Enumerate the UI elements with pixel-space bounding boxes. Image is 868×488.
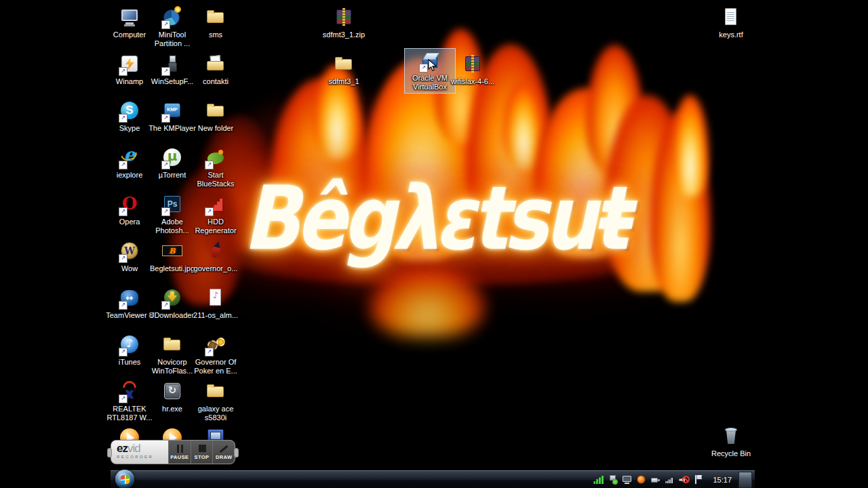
- desktop-icon-keys-rtf[interactable]: keys.rtf: [706, 5, 756, 41]
- desktop-icon-hr-exe[interactable]: hr.exe: [147, 380, 197, 415]
- recorder-button-label: PAUSE: [170, 454, 189, 460]
- draw-icon: [219, 445, 229, 453]
- shortcut-arrow-icon: [119, 348, 127, 357]
- desktop-icon-novicorp-wintoflash[interactable]: Novicorp WinToFlas...: [147, 333, 197, 377]
- desktop-icon-label: sms: [191, 30, 240, 39]
- recorder-buttons: PAUSESTOPDRAW: [168, 441, 235, 464]
- desktop-icon-hdd-regenerator[interactable]: HDD Regenerator: [191, 192, 241, 237]
- desktop-icon-begletsuti-jpg[interactable]: Begletsuti.jpg: [147, 239, 197, 274]
- shortcut-arrow-icon: [119, 114, 127, 123]
- folder-icon: [333, 53, 355, 75]
- desktop-icon-label: wifislax-4-6...: [448, 77, 497, 86]
- wifi-signal-icon[interactable]: [593, 474, 605, 486]
- ezvid-brand-sub: RECORDER: [117, 455, 168, 459]
- stop-button[interactable]: STOP: [191, 441, 213, 464]
- ezvid-tray-icon[interactable]: [635, 474, 648, 486]
- desktop-icon-new-folder[interactable]: New folder: [191, 99, 241, 134]
- desktop-icon-label: governor_o...: [191, 264, 240, 273]
- shortcut-arrow-icon: [119, 207, 127, 216]
- desktop-icon-utorrent[interactable]: µTorrent: [147, 146, 197, 181]
- computer-icon: [119, 6, 140, 28]
- desktop-icon-wifislax-4-6[interactable]: wifislax-4-6...: [448, 52, 498, 87]
- desktop-icon-start-bluestacks[interactable]: Start BlueStacks: [191, 146, 241, 190]
- taskbar-clock[interactable]: 15:17: [705, 476, 738, 484]
- desktop-icon-label: sdfmt3_1.zip: [319, 30, 368, 39]
- desktop-icon-label: µTorrent: [148, 171, 197, 180]
- desktop-icon-label: Start BlueStacks: [191, 171, 240, 188]
- start-button[interactable]: [115, 470, 134, 488]
- desktop-icon-label: New folder: [191, 124, 240, 133]
- winrar-archive-icon: [462, 53, 484, 75]
- ezvid-logo: ezvid RECORDER: [111, 441, 168, 464]
- desktop-icon-minitool-partition[interactable]: MiniTool Partition ...: [147, 5, 197, 49]
- mouse-cursor: [427, 59, 439, 73]
- desktop-icon-label: contakti: [191, 77, 240, 86]
- shortcut-arrow-icon: [205, 207, 214, 216]
- ezvid-brand-vid: vid: [127, 442, 140, 455]
- winrar-archive-icon: [333, 6, 355, 28]
- shortcut-arrow-icon: [161, 20, 170, 29]
- folder-icon: [161, 333, 183, 355]
- desktop-icon-label: Begletsuti.jpg: [148, 264, 197, 273]
- shortcut-arrow-icon: [119, 254, 127, 263]
- mp3-file-icon: [205, 287, 226, 308]
- shortcut-arrow-icon: [205, 348, 214, 357]
- shortcut-arrow-icon: [161, 207, 170, 216]
- network-activity-icon[interactable]: [664, 474, 676, 486]
- desktop-icon-label: Adobe Photosh...: [148, 218, 197, 235]
- image-thumbnail-icon: [161, 240, 183, 262]
- usb-safely-remove-icon[interactable]: [607, 474, 619, 486]
- ezvid-brand-ez: ez: [117, 442, 127, 455]
- desktop-icon-label: Recycle Bin: [707, 449, 755, 458]
- desktop-icon-governor-o-file[interactable]: governor_o...: [191, 239, 241, 274]
- action-center-flag-icon[interactable]: [692, 474, 705, 486]
- desktop-icon-label: 211-os_alm...: [191, 311, 240, 320]
- desktop-icon-sdfmt3-1-folder[interactable]: sdfmt3_1: [319, 52, 369, 87]
- tray-icons: [593, 474, 705, 486]
- desktop-icon-label: hr.exe: [148, 405, 197, 413]
- desktop-icon-recycle-bin[interactable]: Recycle Bin: [706, 424, 756, 460]
- desktop-icon-label: Governor Of Poker en E...: [191, 358, 240, 375]
- folder-icon: [205, 6, 226, 28]
- recycle-bin-icon: [720, 425, 742, 447]
- ezvid-brand: ezvid: [117, 443, 168, 454]
- draw-button[interactable]: DRAW: [212, 441, 235, 464]
- taskbar: 15:17: [111, 470, 755, 488]
- shortcut-arrow-icon: [119, 394, 127, 403]
- pause-button[interactable]: PAUSE: [168, 441, 191, 464]
- desktop-icons: ComputerMiniTool Partition ...smssdfmt3_…: [0, 0, 868, 488]
- desktop-icon-contakti[interactable]: contakti: [191, 52, 241, 87]
- desktop-icon-sdfmt3-1-zip[interactable]: sdfmt3_1.zip: [319, 5, 369, 41]
- shortcut-arrow-icon: [119, 67, 127, 76]
- taskbar-end-button[interactable]: [738, 472, 752, 488]
- recorder-button-label: STOP: [195, 454, 210, 460]
- sorcerer-figure-icon: [205, 240, 226, 262]
- volume-muted-icon[interactable]: [678, 474, 690, 486]
- desktop-icon-governor-of-poker[interactable]: Governor Of Poker en E...: [191, 333, 241, 377]
- desktop-icon-label: HDD Regenerator: [191, 218, 240, 235]
- power-plug-icon[interactable]: [650, 474, 662, 486]
- display-settings-icon[interactable]: [621, 474, 633, 486]
- windows-logo-icon: [121, 474, 130, 484]
- desktop-icon-sms[interactable]: sms: [191, 5, 241, 41]
- stop-icon: [197, 445, 207, 453]
- pause-icon: [175, 445, 184, 453]
- folder-icon: [205, 380, 226, 402]
- shortcut-arrow-icon: [119, 161, 127, 169]
- desktop-icon-label: galaxy ace s5830i: [191, 405, 240, 422]
- desktop-icon-label: The KMPlayer: [148, 124, 197, 133]
- desktop-icon-label: WinSetupF...: [148, 77, 197, 86]
- desktop-icon-label: Novicorp WinToFlas...: [148, 358, 197, 375]
- desktop-icon-galaxy-ace-s5830i[interactable]: galaxy ace s5830i: [191, 380, 241, 424]
- shortcut-arrow-icon: [161, 114, 170, 123]
- desktop-icon-winsetupfromusb[interactable]: WinSetupF...: [147, 52, 197, 87]
- desktop-icon-adobe-photoshop[interactable]: Adobe Photosh...: [147, 192, 197, 237]
- desktop-icon-jdownloader[interactable]: JDownloader: [147, 286, 197, 321]
- desktop-icon-label: keys.rtf: [707, 30, 755, 39]
- desktop-icon-211-os-alm[interactable]: 211-os_alm...: [191, 286, 241, 321]
- desktop-icon-the-kmplayer[interactable]: The KMPlayer: [147, 99, 197, 134]
- shortcut-arrow-icon: [161, 301, 170, 310]
- system-tray: 15:17: [593, 471, 755, 488]
- document-icon: [720, 6, 742, 28]
- shortcut-arrow-icon: [205, 161, 214, 169]
